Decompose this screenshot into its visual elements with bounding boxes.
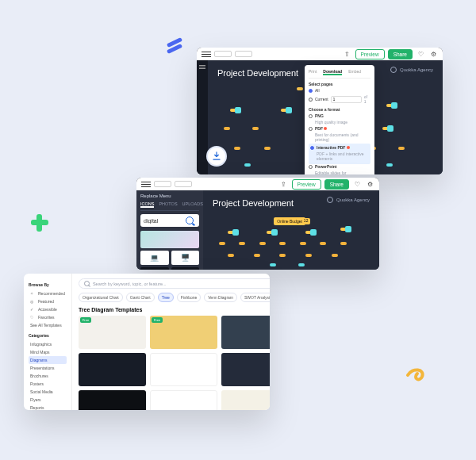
flow-node[interactable] (298, 263, 305, 266)
tab-uploads[interactable]: UPLOADS (182, 201, 203, 208)
sidebar-cat-brochures[interactable]: Brochures (29, 372, 67, 380)
flow-node[interactable] (270, 263, 276, 266)
flow-node[interactable] (281, 109, 287, 112)
title-placeholder[interactable] (154, 181, 171, 187)
sidebar-item-recommended[interactable]: ✧Recommended (29, 289, 67, 297)
sidebar-item-favorites[interactable]: ♡Favorites (29, 313, 67, 321)
flow-node[interactable] (254, 254, 260, 257)
flow-node[interactable] (234, 147, 240, 150)
flow-node[interactable] (279, 242, 286, 245)
template-card[interactable] (221, 353, 270, 386)
template-card[interactable] (221, 316, 270, 349)
chip-swot[interactable]: SWOT Analysis (240, 293, 270, 302)
search-icon[interactable] (186, 217, 194, 224)
flow-node[interactable] (340, 242, 347, 245)
result-thumb[interactable]: 💻 (140, 251, 169, 265)
share-icon[interactable]: ⇪ (279, 179, 289, 189)
flow-node[interactable] (386, 104, 393, 107)
gear-icon[interactable]: ⚙ (428, 49, 438, 59)
chip-tree[interactable]: Tree (158, 293, 174, 302)
result-thumb[interactable]: 🖥️ (171, 251, 200, 265)
sidebar-cat-posters[interactable]: Posters (29, 380, 67, 388)
template-card[interactable] (221, 390, 270, 410)
sidebar-cat-diagrams[interactable]: Diagrams (29, 356, 67, 364)
flow-node[interactable] (305, 254, 312, 257)
sidebar-item-seeall[interactable]: See All Templates (29, 321, 67, 329)
editor-canvas[interactable]: Project Development Quokka Agency Online… (203, 190, 379, 270)
bell-icon[interactable]: ♡ (416, 49, 425, 59)
flow-node[interactable] (224, 127, 230, 130)
flow-node[interactable] (252, 127, 259, 130)
chip-gantt[interactable]: Gantt Chart (126, 293, 155, 302)
bell-icon[interactable]: ♡ (352, 179, 362, 189)
flow-node[interactable] (332, 254, 338, 257)
template-card[interactable] (150, 390, 217, 410)
flow-node[interactable] (320, 242, 326, 245)
share-button[interactable]: Share (324, 179, 349, 190)
template-card[interactable]: Free (150, 316, 217, 349)
gear-icon[interactable]: ⚙ (365, 179, 374, 189)
result-thumb[interactable]: ▭ (171, 267, 200, 270)
panel-search-input[interactable] (144, 218, 183, 224)
result-thumb[interactable]: 💻 (140, 267, 169, 270)
strip-menu-icon[interactable] (199, 65, 205, 69)
flow-node[interactable] (259, 242, 266, 245)
tab-print[interactable]: Print (309, 69, 317, 75)
flow-node[interactable] (228, 254, 234, 257)
preview-button[interactable]: Preview (292, 179, 321, 190)
sidebar-cat-social[interactable]: Social Media (29, 388, 67, 396)
format-pdf[interactable]: PDF (309, 126, 370, 131)
format-ppt[interactable]: PowerPoint (309, 164, 370, 169)
page-picker[interactable] (331, 96, 362, 103)
chip-org[interactable]: Organizational Chart (79, 293, 123, 302)
flow-node[interactable] (244, 163, 251, 167)
share-icon[interactable]: ⇪ (343, 49, 352, 59)
sidebar-cat-mindmaps[interactable]: Mind Maps (29, 348, 67, 356)
sidebar-cat-reports[interactable]: Reports (29, 404, 67, 410)
tab-download[interactable]: Download (323, 69, 342, 75)
panel-search[interactable] (140, 214, 199, 227)
sidebar-cat-presentations[interactable]: Presentations (29, 364, 67, 372)
sidebar-cat-infographics[interactable]: Infographics (29, 340, 67, 348)
title-placeholder-2[interactable] (175, 181, 192, 187)
flow-node[interactable] (305, 231, 312, 234)
pages-current-row[interactable]: Current of 1 (309, 94, 370, 104)
flow-node[interactable] (219, 242, 225, 245)
title-placeholder[interactable] (214, 51, 232, 57)
share-button[interactable]: Share (388, 49, 413, 59)
flow-node[interactable] (239, 242, 245, 245)
page-input[interactable] (333, 98, 352, 102)
flow-node[interactable] (297, 87, 303, 90)
sidebar-cat-flyers[interactable]: Flyers (29, 396, 67, 404)
tab-embed[interactable]: Embed (348, 69, 361, 75)
pages-all-row[interactable]: All (309, 88, 370, 93)
flow-node[interactable] (267, 231, 273, 234)
result-thumb[interactable] (140, 231, 199, 248)
menu-icon[interactable] (141, 182, 151, 187)
template-card[interactable]: Free (79, 316, 146, 349)
tab-photos[interactable]: PHOTOS (159, 201, 177, 208)
chip-fishbone[interactable]: Fishbone (177, 293, 202, 302)
format-interactive-pdf[interactable]: Interactive PDF PDF + links and interact… (309, 144, 370, 164)
flow-node[interactable] (230, 109, 236, 112)
template-card[interactable] (150, 353, 217, 386)
flow-node[interactable] (264, 147, 271, 150)
flow-node[interactable] (398, 147, 405, 150)
flow-node[interactable] (228, 231, 234, 234)
tab-icons[interactable]: ICONS (140, 201, 154, 208)
template-card[interactable] (79, 390, 146, 410)
flow-node[interactable] (340, 228, 347, 231)
flow-node-root[interactable]: Online Budget12 (274, 217, 305, 225)
flow-node[interactable] (279, 254, 286, 257)
template-card[interactable] (79, 353, 146, 386)
browser-search[interactable]: Search by keyword, topic, or feature... (79, 278, 270, 289)
title-placeholder-2[interactable] (235, 51, 252, 57)
flow-node[interactable] (300, 242, 306, 245)
flow-node[interactable] (386, 163, 393, 167)
flow-node[interactable] (382, 127, 389, 130)
sidebar-item-featured[interactable]: ◎Featured (29, 297, 67, 305)
menu-icon[interactable] (202, 52, 211, 57)
format-png[interactable]: PNG (309, 113, 370, 118)
chip-venn[interactable]: Venn Diagram (204, 293, 237, 302)
sidebar-item-accessible[interactable]: ✓Accessible (29, 305, 67, 313)
